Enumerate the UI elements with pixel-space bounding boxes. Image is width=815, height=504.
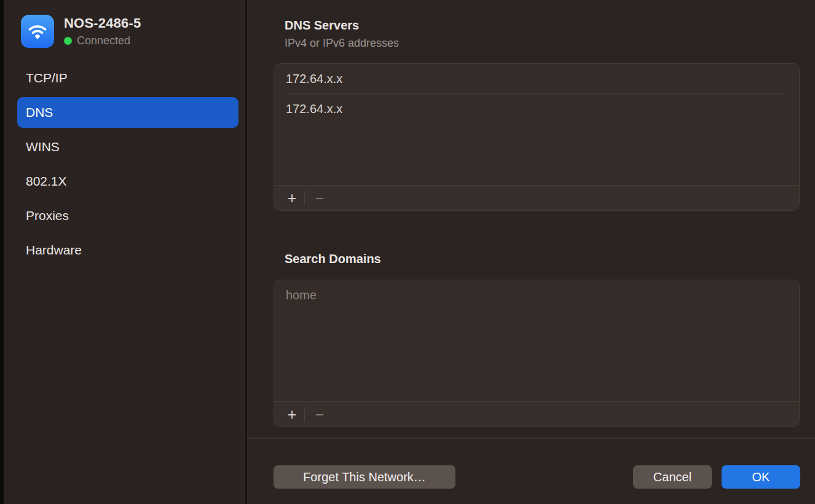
cancel-button[interactable]: Cancel	[633, 465, 712, 489]
main-pane: DNS Servers IPv4 or IPv6 addresses 172.6…	[247, 0, 815, 504]
search-domains-footer: + −	[274, 401, 799, 427]
search-domains-title: Search Domains	[285, 252, 381, 266]
minus-icon: −	[315, 407, 325, 422]
dns-add-button[interactable]: +	[283, 189, 301, 207]
connected-status-label: Connected	[77, 34, 130, 47]
ok-button[interactable]: OK	[722, 465, 800, 489]
plus-icon: +	[288, 191, 297, 206]
sidebar-item-wins[interactable]: WINS	[17, 132, 238, 162]
search-domain-add-button[interactable]: +	[283, 405, 301, 423]
dns-servers-rows: 172.64.x.x 172.64.x.x	[274, 64, 799, 185]
dns-server-row[interactable]: 172.64.x.x	[274, 94, 799, 124]
dns-server-row[interactable]: 172.64.x.x	[274, 64, 799, 93]
connected-status-dot-icon	[64, 37, 72, 45]
dns-servers-listbox: 172.64.x.x 172.64.x.x + −	[274, 63, 800, 211]
network-header: NOS-2486-5 Connected	[21, 15, 141, 48]
dns-servers-title: DNS Servers	[285, 18, 399, 33]
footer-separator	[304, 191, 305, 205]
wifi-icon	[21, 15, 54, 48]
sidebar-item-hardware[interactable]: Hardware	[17, 235, 238, 266]
sidebar-item-tcpip[interactable]: TCP/IP	[17, 63, 238, 93]
sidebar-nav: TCP/IP DNS WINS 802.1X Proxies Hardware	[17, 63, 238, 269]
sidebar-item-8021x[interactable]: 802.1X	[17, 166, 238, 197]
forget-network-button[interactable]: Forget This Network…	[274, 465, 455, 489]
sidebar-item-proxies[interactable]: Proxies	[17, 200, 238, 231]
search-domain-row[interactable]: home	[274, 280, 799, 310]
plus-icon: +	[288, 407, 297, 422]
sidebar: NOS-2486-5 Connected TCP/IP DNS WINS 802…	[4, 0, 245, 504]
sidebar-item-dns[interactable]: DNS	[17, 97, 238, 128]
search-domain-remove-button[interactable]: −	[310, 405, 329, 423]
dns-servers-footer: + −	[274, 185, 799, 210]
minus-icon: −	[315, 191, 325, 206]
footer-separator	[304, 407, 305, 422]
network-name: NOS-2486-5	[64, 15, 141, 31]
actions-divider	[247, 438, 815, 439]
search-domains-rows: home	[274, 280, 799, 401]
network-info: NOS-2486-5 Connected	[64, 15, 141, 47]
dns-servers-header: DNS Servers IPv4 or IPv6 addresses	[285, 18, 399, 50]
network-status: Connected	[64, 34, 141, 47]
dns-remove-button[interactable]: −	[310, 189, 329, 207]
search-domains-header: Search Domains	[285, 252, 381, 266]
search-domains-listbox: home + −	[274, 280, 800, 427]
dns-servers-subtitle: IPv4 or IPv6 addresses	[285, 37, 399, 50]
